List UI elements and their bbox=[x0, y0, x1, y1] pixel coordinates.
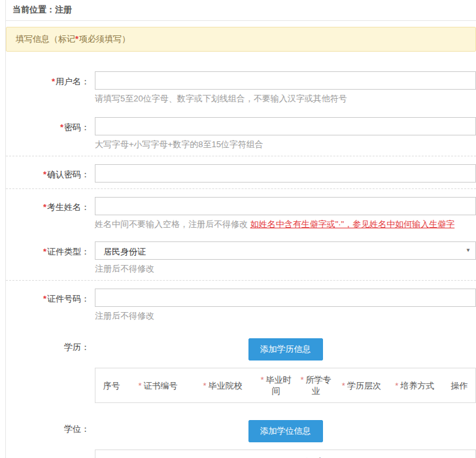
id-number-label: *证件号码： bbox=[6, 289, 90, 305]
education-table-header-row: 序号 *证书编号 *毕业院校 *毕业时间 *所学专业 *学历层次 *培养方式 操… bbox=[95, 368, 476, 403]
banner-text-pre: 填写信息（标记 bbox=[16, 34, 75, 44]
col-header-major: *所学专业 bbox=[297, 368, 335, 403]
col-header-obtain-time: *取得时间 bbox=[285, 450, 327, 458]
form-group-degree: 学位： 添加学位信息 序号 *证书编号 *学校名称 *取得时间 *专业 *学位层… bbox=[6, 419, 476, 458]
username-input[interactable] bbox=[95, 71, 476, 90]
degree-table-header-row: 序号 *证书编号 *学校名称 *取得时间 *专业 *学位层次 操作 bbox=[95, 450, 476, 458]
col-header-actions: 操作 bbox=[441, 368, 475, 403]
col-header-actions: 操作 bbox=[426, 450, 476, 458]
add-education-button[interactable]: 添加学历信息 bbox=[248, 338, 323, 361]
password-input[interactable] bbox=[95, 117, 476, 135]
education-label: 学历： bbox=[6, 337, 90, 353]
form-group-confirm-password: *确认密码： bbox=[6, 164, 476, 183]
candidate-name-hint-text: 姓名中间不要输入空格，注册后不得修改 bbox=[95, 219, 250, 229]
form-group-id-number: *证件号码： 注册后不得修改 bbox=[6, 289, 476, 321]
password-hint: 大写字母+小写字母+数字的8至15位字符组合 bbox=[95, 139, 476, 150]
info-banner: 填写信息（标记*项必须填写） bbox=[6, 27, 476, 52]
col-header-degree-level: *学位层次 bbox=[366, 450, 426, 458]
degree-table: 序号 *证书编号 *学校名称 *取得时间 *专业 *学位层次 操作 bbox=[95, 449, 476, 458]
page-container: 当前位置：注册 填写信息（标记*项必须填写） *用户名： 请填写5至20位字母、… bbox=[5, 0, 476, 458]
degree-label: 学位： bbox=[6, 419, 90, 435]
id-type-select[interactable]: 居民身份证 ▼ bbox=[95, 241, 476, 260]
breadcrumb-text: 当前位置：注册 bbox=[12, 5, 72, 14]
required-star: * bbox=[60, 122, 63, 132]
form-group-username: *用户名： 请填写5至20位字母、数字或下划线组合，不要输入汉字或其他符号 bbox=[6, 71, 476, 104]
id-number-input[interactable] bbox=[95, 289, 476, 307]
id-type-selected-value: 居民身份证 bbox=[103, 247, 146, 256]
password-label: *密码： bbox=[6, 117, 90, 133]
breadcrumb: 当前位置：注册 bbox=[6, 0, 476, 21]
col-header-graduation-time: *毕业时间 bbox=[255, 368, 297, 403]
dashed-divider bbox=[6, 188, 476, 189]
form-group-id-type: *证件类型： 居民身份证 ▼ 注册后不得修改 bbox=[6, 241, 476, 274]
rare-character-help-link[interactable]: 如姓名中含有生僻字或"·"，参见姓名中如何输入生僻字 bbox=[250, 219, 455, 229]
confirm-password-label: *确认密码： bbox=[6, 164, 90, 181]
required-star: * bbox=[43, 169, 46, 179]
id-type-hint: 注册后不得修改 bbox=[95, 264, 476, 274]
username-label: *用户名： bbox=[6, 71, 90, 88]
candidate-name-hint: 姓名中间不要输入空格，注册后不得修改 如姓名中含有生僻字或"·"，参见姓名中如何… bbox=[95, 219, 476, 230]
form-group-password: *密码： 大写字母+小写字母+数字的8至15位字符组合 bbox=[6, 117, 476, 150]
required-star: * bbox=[43, 247, 46, 256]
dashed-divider bbox=[6, 156, 476, 156]
col-header-school: *毕业院校 bbox=[190, 368, 255, 403]
required-star: * bbox=[75, 34, 78, 44]
candidate-name-input[interactable] bbox=[95, 197, 476, 215]
education-table: 序号 *证书编号 *毕业院校 *毕业时间 *所学专业 *学历层次 *培养方式 操… bbox=[95, 368, 476, 403]
required-star: * bbox=[52, 77, 55, 86]
col-header-major: *专业 bbox=[327, 450, 365, 458]
username-hint: 请填写5至20位字母、数字或下划线组合，不要输入汉字或其他符号 bbox=[95, 94, 476, 104]
required-star: * bbox=[43, 294, 46, 304]
id-number-hint: 注册后不得修改 bbox=[95, 311, 476, 321]
col-header-education-level: *学历层次 bbox=[335, 368, 388, 403]
confirm-password-input[interactable] bbox=[95, 164, 476, 183]
banner-text-post: 项必须填写） bbox=[79, 34, 130, 44]
candidate-name-label: *考生姓名： bbox=[6, 197, 90, 213]
form-group-education: 学历： 添加学历信息 序号 *证书编号 *毕业院校 *毕业时间 *所学专业 *学… bbox=[6, 337, 476, 403]
form-group-candidate-name: *考生姓名： 姓名中间不要输入空格，注册后不得修改 如姓名中含有生僻字或"·"，… bbox=[6, 197, 476, 230]
col-header-school-name: *学校名称 bbox=[201, 450, 285, 458]
col-header-cert-number: *证书编号 bbox=[126, 450, 201, 458]
chevron-down-icon: ▼ bbox=[466, 248, 471, 253]
col-header-seq: 序号 bbox=[95, 368, 126, 403]
col-header-cert-number: *证书编号 bbox=[126, 368, 190, 403]
col-header-seq: 序号 bbox=[95, 450, 126, 458]
id-type-label: *证件类型： bbox=[6, 241, 90, 258]
dashed-divider bbox=[6, 280, 476, 281]
registration-form: *用户名： 请填写5至20位字母、数字或下划线组合，不要输入汉字或其他符号 *密… bbox=[6, 71, 476, 458]
col-header-training-type: *培养方式 bbox=[388, 368, 441, 403]
add-degree-button[interactable]: 添加学位信息 bbox=[248, 420, 323, 442]
required-star: * bbox=[43, 202, 46, 212]
